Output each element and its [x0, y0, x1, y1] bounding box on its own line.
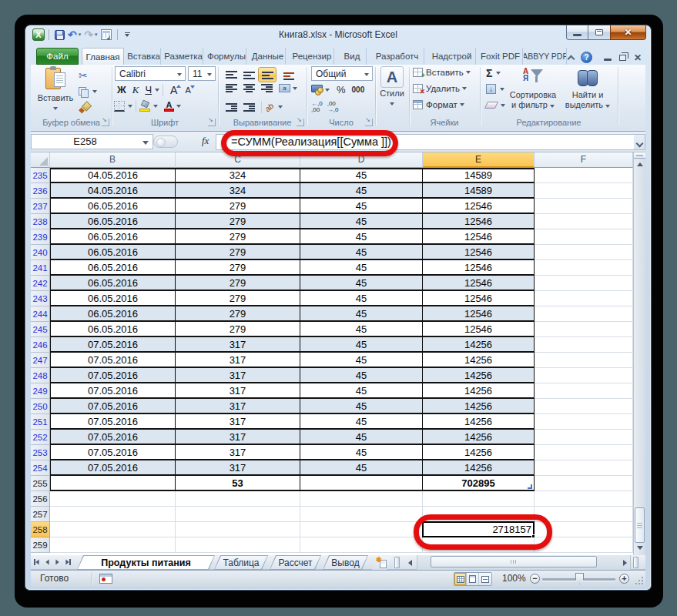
scroll-right-button[interactable]: [619, 557, 630, 567]
cell[interactable]: 07.05.2016: [50, 383, 176, 399]
cell[interactable]: 45: [300, 353, 423, 368]
grow-font-button[interactable]: А: [170, 84, 177, 96]
close-button[interactable]: ✕: [610, 25, 646, 40]
row-header-256[interactable]: 256: [31, 491, 50, 507]
zoom-in-button[interactable]: +: [619, 574, 629, 584]
next-sheet-button[interactable]: [52, 557, 62, 567]
cell[interactable]: [535, 368, 633, 383]
column-header-E[interactable]: E: [423, 152, 535, 168]
horizontal-scroll-thumb[interactable]: [431, 556, 597, 567]
cell[interactable]: 07.05.2016: [50, 368, 176, 383]
align-bottom-button-active[interactable]: [258, 67, 276, 82]
cell[interactable]: 14256: [423, 399, 535, 414]
cell[interactable]: 45: [300, 183, 423, 199]
cell[interactable]: 14589: [423, 168, 535, 183]
cell[interactable]: 07.05.2016: [50, 337, 176, 353]
row-header-247[interactable]: 247: [31, 353, 50, 368]
cell[interactable]: 12546: [423, 291, 535, 306]
cell[interactable]: 12546: [423, 322, 535, 337]
cell[interactable]: 279: [176, 276, 300, 291]
cell[interactable]: [535, 214, 633, 229]
cell[interactable]: [176, 522, 300, 537]
first-sheet-button[interactable]: [32, 557, 42, 567]
cell[interactable]: 45: [300, 168, 423, 183]
format-cells-button[interactable]: Формат: [413, 100, 464, 109]
cell[interactable]: 06.05.2016: [50, 214, 176, 229]
customize-quick-access-button[interactable]: [125, 32, 130, 37]
cell[interactable]: 12546: [423, 245, 535, 260]
cell[interactable]: 317: [176, 399, 300, 414]
minimize-button[interactable]: [566, 25, 588, 40]
cell[interactable]: 14256: [423, 383, 535, 399]
cell[interactable]: 45: [300, 229, 423, 245]
merge-center-icon[interactable]: a: [279, 84, 290, 92]
cell[interactable]: [535, 276, 633, 291]
copy-button[interactable]: [79, 84, 109, 99]
cell[interactable]: 07.05.2016: [50, 353, 176, 368]
cell[interactable]: 07.05.2016: [50, 460, 176, 476]
workbook-minimize-button[interactable]: [604, 55, 612, 61]
row-header-259[interactable]: 259: [31, 537, 50, 553]
clear-button[interactable]: [486, 102, 505, 109]
zoom-slider-thumb[interactable]: [575, 573, 584, 584]
tab-data[interactable]: Данные: [250, 48, 286, 65]
cell[interactable]: 06.05.2016: [50, 199, 176, 214]
cell[interactable]: 279: [176, 291, 300, 306]
excel-app-icon[interactable]: X: [32, 28, 45, 41]
insert-function-button[interactable]: fx: [202, 135, 209, 147]
save-button[interactable]: [55, 30, 65, 40]
vertical-scroll-thumb[interactable]: [635, 507, 645, 543]
row-header-258[interactable]: 258: [31, 522, 50, 537]
italic-button[interactable]: К: [132, 83, 139, 97]
cell[interactable]: 14256: [423, 445, 535, 460]
align-top-icon[interactable]: [226, 71, 237, 79]
redo-button[interactable]: ↷▾: [84, 30, 97, 39]
font-color-icon[interactable]: А: [164, 101, 174, 112]
cell[interactable]: 279: [176, 322, 300, 337]
cell[interactable]: 317: [176, 445, 300, 460]
cell[interactable]: 45: [300, 368, 423, 383]
column-header-B[interactable]: B: [50, 152, 176, 168]
increase-decimal-icon[interactable]: ←,0,00: [311, 101, 323, 113]
cell[interactable]: 12546: [423, 214, 535, 229]
help-icon[interactable]: ?: [581, 52, 592, 63]
bold-button[interactable]: Ж: [117, 83, 126, 97]
cell[interactable]: [50, 507, 176, 522]
currency-icon[interactable]: [311, 85, 323, 95]
cell[interactable]: [535, 353, 633, 368]
prev-sheet-button[interactable]: [42, 557, 52, 567]
tab-formulas[interactable]: Формулы: [207, 48, 246, 65]
cell[interactable]: 279: [176, 199, 300, 214]
cell[interactable]: 317: [176, 383, 300, 399]
dialog-launcher-icon[interactable]: [102, 119, 109, 126]
row-header-245[interactable]: 245: [31, 322, 50, 337]
paste-button[interactable]: Вставить: [35, 66, 75, 119]
cell[interactable]: 45: [300, 260, 423, 276]
undo-button[interactable]: ↶▾: [68, 30, 81, 39]
cell[interactable]: [50, 491, 176, 507]
page-break-view-button[interactable]: [479, 573, 491, 585]
cell[interactable]: 45: [300, 445, 423, 460]
tab-developer[interactable]: Разработч: [370, 48, 424, 65]
cell[interactable]: [535, 322, 633, 337]
cell[interactable]: 12546: [423, 199, 535, 214]
borders-icon[interactable]: [114, 101, 125, 112]
vertical-split-handle[interactable]: [634, 152, 645, 159]
row-header-251[interactable]: 251: [31, 414, 50, 430]
expand-formula-bar-button[interactable]: [634, 134, 645, 150]
cell[interactable]: [535, 245, 633, 260]
cell[interactable]: [50, 522, 176, 537]
styles-button[interactable]: А Стили: [379, 66, 405, 107]
fill-button[interactable]: ↓: [486, 84, 504, 94]
cell[interactable]: 317: [176, 368, 300, 383]
row-header-244[interactable]: 244: [31, 306, 50, 322]
row-header-249[interactable]: 249: [31, 383, 50, 399]
tab-file[interactable]: Файл: [36, 48, 79, 65]
row-header-255[interactable]: 255: [31, 476, 50, 491]
maximize-button[interactable]: [588, 25, 610, 40]
cell[interactable]: [176, 507, 300, 522]
row-header-250[interactable]: 250: [31, 399, 50, 414]
cell[interactable]: 702895: [423, 476, 535, 491]
delete-cells-button[interactable]: ✕Удалить: [413, 84, 467, 93]
decrease-decimal-icon[interactable]: ,00→,0: [327, 101, 339, 113]
